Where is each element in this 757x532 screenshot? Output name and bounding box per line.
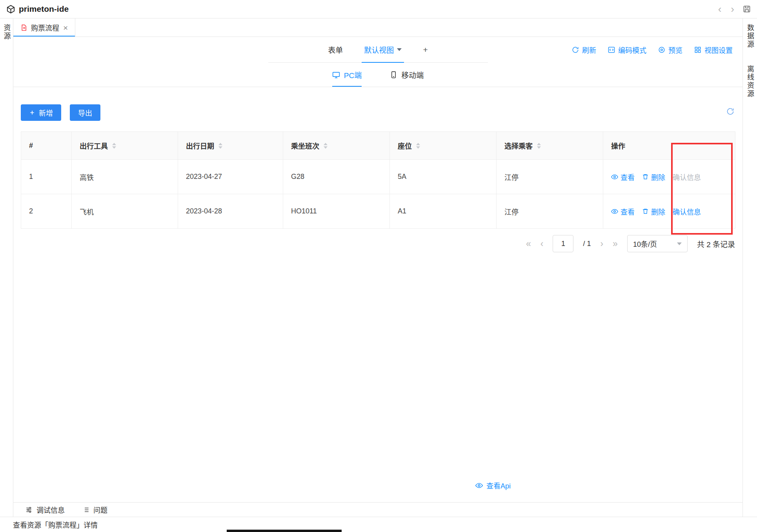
view-settings-label: 视图设置 [704, 45, 733, 55]
last-page-icon[interactable]: » [613, 239, 618, 248]
cell-ops: 查看 删除 确认信息 [603, 160, 735, 194]
cell-seat: A1 [390, 194, 497, 229]
device-tabbar: PC端 移动端 [13, 63, 742, 87]
table-header-row: # 出行工具 出行日期 乘坐班次 座位 选择乘客 操作 [21, 132, 735, 160]
confirm-info-link[interactable]: 确认信息 [673, 206, 701, 217]
delete-link-label: 删除 [651, 172, 665, 182]
editor-tab-ticket-flow[interactable]: 购票流程 × [13, 18, 75, 36]
data-table: # 出行工具 出行日期 乘坐班次 座位 选择乘客 操作 1 高铁 [21, 131, 735, 229]
sort-icon[interactable] [537, 143, 541, 149]
page-size-select[interactable]: 10条/页 [627, 235, 688, 252]
tab-mobile[interactable]: 移动端 [390, 63, 424, 87]
plus-icon [29, 109, 35, 116]
column-header-seat[interactable]: 座位 [390, 132, 497, 160]
cell-tool: 高铁 [72, 160, 178, 194]
sort-icon[interactable] [324, 143, 328, 149]
delete-link-label: 删除 [651, 206, 665, 217]
export-button-label: 导出 [78, 107, 92, 118]
main-area: 资源 购票流程 × 表单 [0, 18, 757, 517]
debug-info-button[interactable]: 调试信息 [25, 505, 65, 515]
cell-ops: 查看 删除 确认信息 [603, 194, 735, 229]
tab-form[interactable]: 表单 [328, 37, 343, 62]
rail-item-offline-resources[interactable]: 离线资源 [745, 65, 755, 98]
view-actions: 刷新 编码模式 预览 [572, 37, 733, 63]
list-view-content: 新增 导出 # 出行工具 [13, 87, 742, 502]
sort-icon[interactable] [416, 143, 420, 149]
app-window: primeton-ide ‹ › 资源 购票流程 × [0, 0, 757, 532]
preview-label: 预览 [668, 45, 682, 55]
monitor-icon [332, 71, 340, 79]
column-header-date[interactable]: 出行日期 [178, 132, 283, 160]
view-link[interactable]: 查看 [611, 206, 635, 217]
status-text: 查看资源「购票流程」详情 [13, 519, 98, 530]
editor-tabbar: 购票流程 × [13, 18, 742, 37]
titlebar-actions: ‹ › [717, 4, 751, 14]
save-icon[interactable] [743, 5, 751, 13]
page-total: / 1 [583, 240, 591, 248]
eye-icon [475, 482, 483, 489]
column-header-train[interactable]: 乘坐班次 [283, 132, 390, 160]
debug-info-label: 调试信息 [36, 505, 65, 515]
chevron-down-icon [677, 242, 682, 245]
cell-index: 1 [21, 160, 72, 194]
close-icon[interactable]: × [63, 24, 68, 32]
code-mode-label: 编码模式 [618, 45, 646, 55]
rail-item-resources[interactable]: 资源 [2, 24, 12, 40]
table-refresh-icon[interactable] [726, 107, 734, 115]
nav-forward-icon[interactable]: › [730, 4, 735, 14]
sort-icon[interactable] [218, 143, 222, 149]
sort-icon[interactable] [112, 143, 116, 149]
first-page-icon[interactable]: « [526, 239, 531, 248]
prev-page-icon[interactable]: ‹ [540, 239, 544, 248]
code-icon [608, 46, 615, 53]
cell-seat: 5A [390, 160, 497, 194]
export-button[interactable]: 导出 [70, 104, 100, 121]
view-tabs-group: 表单 默认视图 + [268, 37, 488, 63]
cell-train: G28 [283, 160, 390, 194]
nav-back-icon[interactable]: ‹ [717, 4, 722, 14]
next-page-icon[interactable]: › [600, 239, 603, 248]
bottom-panel-bar: 调试信息 问题 [13, 502, 742, 517]
total-records: 共 2 条记录 [697, 239, 735, 249]
grid-icon [694, 46, 701, 53]
view-settings-button[interactable]: 视图设置 [694, 45, 733, 55]
center-column: 购票流程 × 表单 默认视图 + [13, 18, 742, 517]
tab-pc[interactable]: PC端 [332, 63, 362, 87]
code-mode-button[interactable]: 编码模式 [608, 45, 646, 55]
column-header-index: # [21, 132, 72, 160]
app-logo-icon [6, 5, 15, 14]
column-header-passenger[interactable]: 选择乘客 [497, 132, 603, 160]
phone-icon [390, 71, 397, 78]
cell-date: 2023-04-27 [178, 160, 283, 194]
delete-link[interactable]: 删除 [642, 206, 665, 217]
problems-label: 问题 [93, 505, 107, 515]
add-view-label: + [423, 45, 428, 55]
column-header-ops: 操作 [603, 132, 735, 160]
column-header-tool[interactable]: 出行工具 [72, 132, 178, 160]
confirm-info-link[interactable]: 确认信息 [673, 172, 701, 182]
view-link-label: 查看 [621, 206, 635, 217]
view-api-label: 查看Api [486, 480, 511, 490]
chevron-down-icon [397, 48, 402, 51]
tab-default-view[interactable]: 默认视图 [364, 37, 402, 62]
add-view-button[interactable]: + [423, 37, 428, 62]
delete-link[interactable]: 删除 [642, 172, 665, 182]
page-size-value: 10条/页 [633, 239, 657, 249]
view-api-link[interactable]: 查看Api [475, 480, 511, 490]
debug-icon [25, 506, 33, 514]
cell-date: 2023-04-28 [178, 194, 283, 229]
add-button[interactable]: 新增 [21, 104, 61, 121]
view-link[interactable]: 查看 [611, 172, 635, 182]
confirm-info-label: 确认信息 [673, 206, 701, 217]
refresh-button[interactable]: 刷新 [572, 45, 596, 55]
tab-form-label: 表单 [328, 44, 343, 55]
page-input[interactable] [553, 235, 573, 252]
preview-button[interactable]: 预览 [658, 45, 682, 55]
pagination: « ‹ / 1 › » 10条/页 共 2 条记录 [526, 235, 735, 252]
list-icon [82, 506, 89, 514]
refresh-icon [572, 46, 579, 53]
editor-tab-label: 购票流程 [31, 22, 59, 33]
problems-button[interactable]: 问题 [82, 505, 107, 515]
confirm-info-label: 确认信息 [673, 172, 701, 182]
rail-item-data-source[interactable]: 数据源 [745, 24, 755, 49]
